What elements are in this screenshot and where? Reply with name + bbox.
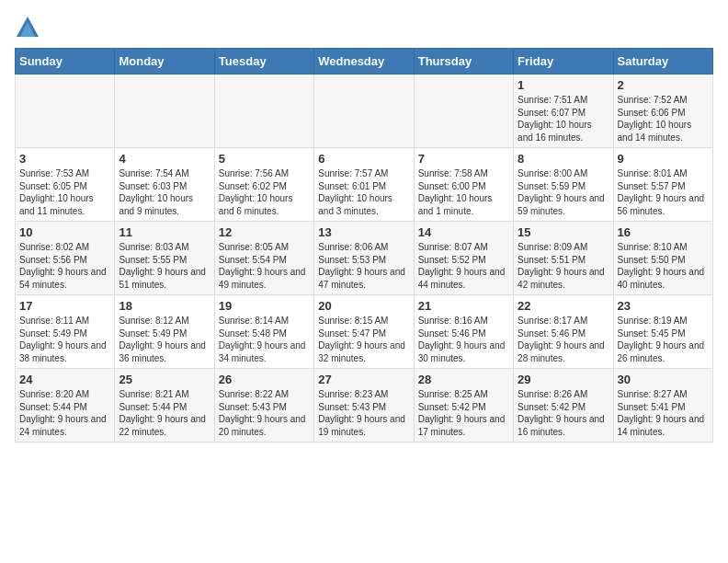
day-info: Sunrise: 8:01 AM Sunset: 5:57 PM Dayligh…	[618, 167, 709, 217]
calendar-cell: 25Sunrise: 8:21 AM Sunset: 5:44 PM Dayli…	[115, 369, 214, 442]
day-number: 8	[518, 152, 609, 166]
day-number: 29	[518, 373, 609, 386]
day-number: 7	[418, 152, 509, 166]
weekday-header-tuesday: Tuesday	[214, 49, 313, 75]
calendar-cell	[314, 75, 414, 148]
day-info: Sunrise: 8:26 AM Sunset: 5:42 PM Dayligh…	[518, 388, 609, 438]
day-number: 18	[119, 299, 210, 313]
day-number: 16	[618, 225, 709, 239]
weekday-row: SundayMondayTuesdayWednesdayThursdayFrid…	[16, 49, 713, 75]
day-number: 26	[219, 373, 310, 386]
day-info: Sunrise: 8:03 AM Sunset: 5:55 PM Dayligh…	[119, 241, 210, 291]
calendar-cell: 2Sunrise: 7:52 AM Sunset: 6:06 PM Daylig…	[613, 75, 712, 148]
calendar-cell	[115, 75, 214, 148]
calendar-cell	[16, 75, 115, 148]
weekday-header-saturday: Saturday	[613, 49, 712, 75]
calendar-cell: 20Sunrise: 8:15 AM Sunset: 5:47 PM Dayli…	[314, 295, 414, 369]
day-info: Sunrise: 8:14 AM Sunset: 5:48 PM Dayligh…	[219, 315, 310, 364]
calendar-cell: 4Sunrise: 7:54 AM Sunset: 6:03 PM Daylig…	[115, 148, 214, 222]
day-info: Sunrise: 7:58 AM Sunset: 6:00 PM Dayligh…	[418, 167, 509, 217]
day-number: 11	[119, 225, 210, 239]
calendar-cell: 18Sunrise: 8:12 AM Sunset: 5:49 PM Dayli…	[115, 295, 214, 369]
calendar-header: SundayMondayTuesdayWednesdayThursdayFrid…	[16, 49, 713, 75]
calendar-cell: 13Sunrise: 8:06 AM Sunset: 5:53 PM Dayli…	[314, 222, 414, 295]
day-number: 21	[418, 299, 509, 313]
calendar-cell: 28Sunrise: 8:25 AM Sunset: 5:42 PM Dayli…	[414, 369, 513, 442]
calendar-cell: 3Sunrise: 7:53 AM Sunset: 6:05 PM Daylig…	[16, 148, 115, 222]
day-number: 2	[618, 78, 709, 92]
day-info: Sunrise: 8:07 AM Sunset: 5:52 PM Dayligh…	[418, 241, 509, 291]
day-number: 4	[119, 152, 210, 166]
day-info: Sunrise: 8:09 AM Sunset: 5:51 PM Dayligh…	[518, 241, 609, 291]
day-number: 6	[318, 152, 409, 166]
day-info: Sunrise: 8:02 AM Sunset: 5:56 PM Dayligh…	[19, 241, 110, 291]
weekday-header-sunday: Sunday	[16, 49, 115, 75]
day-number: 19	[219, 299, 310, 313]
day-info: Sunrise: 8:16 AM Sunset: 5:46 PM Dayligh…	[418, 315, 509, 364]
day-info: Sunrise: 8:05 AM Sunset: 5:54 PM Dayligh…	[219, 241, 310, 291]
page-header	[15, 15, 713, 40]
day-info: Sunrise: 7:56 AM Sunset: 6:02 PM Dayligh…	[219, 167, 310, 217]
calendar-cell: 26Sunrise: 8:22 AM Sunset: 5:43 PM Dayli…	[214, 369, 313, 442]
day-info: Sunrise: 8:21 AM Sunset: 5:44 PM Dayligh…	[119, 388, 210, 438]
day-info: Sunrise: 8:25 AM Sunset: 5:42 PM Dayligh…	[418, 388, 509, 438]
calendar-week-3: 17Sunrise: 8:11 AM Sunset: 5:49 PM Dayli…	[16, 295, 713, 369]
day-info: Sunrise: 8:27 AM Sunset: 5:41 PM Dayligh…	[618, 388, 709, 438]
calendar-body: 1Sunrise: 7:51 AM Sunset: 6:07 PM Daylig…	[16, 75, 713, 442]
day-info: Sunrise: 7:53 AM Sunset: 6:05 PM Dayligh…	[19, 167, 110, 217]
calendar-cell: 27Sunrise: 8:23 AM Sunset: 5:43 PM Dayli…	[314, 369, 414, 442]
calendar-cell	[414, 75, 513, 148]
day-info: Sunrise: 8:06 AM Sunset: 5:53 PM Dayligh…	[318, 241, 409, 291]
day-info: Sunrise: 8:23 AM Sunset: 5:43 PM Dayligh…	[318, 388, 409, 438]
day-number: 5	[219, 152, 310, 166]
day-info: Sunrise: 8:22 AM Sunset: 5:43 PM Dayligh…	[219, 388, 310, 438]
day-number: 1	[518, 78, 609, 92]
calendar-week-1: 3Sunrise: 7:53 AM Sunset: 6:05 PM Daylig…	[16, 148, 713, 222]
calendar-cell: 7Sunrise: 7:58 AM Sunset: 6:00 PM Daylig…	[414, 148, 513, 222]
day-info: Sunrise: 8:17 AM Sunset: 5:46 PM Dayligh…	[518, 315, 609, 364]
calendar-week-0: 1Sunrise: 7:51 AM Sunset: 6:07 PM Daylig…	[16, 75, 713, 148]
calendar-cell: 9Sunrise: 8:01 AM Sunset: 5:57 PM Daylig…	[613, 148, 712, 222]
day-info: Sunrise: 8:15 AM Sunset: 5:47 PM Dayligh…	[318, 315, 409, 364]
day-info: Sunrise: 8:19 AM Sunset: 5:45 PM Dayligh…	[618, 315, 709, 364]
day-number: 10	[19, 225, 110, 239]
calendar-cell: 16Sunrise: 8:10 AM Sunset: 5:50 PM Dayli…	[613, 222, 712, 295]
calendar-cell: 23Sunrise: 8:19 AM Sunset: 5:45 PM Dayli…	[613, 295, 712, 369]
day-number: 15	[518, 225, 609, 239]
day-number: 9	[618, 152, 709, 166]
day-number: 30	[618, 373, 709, 386]
calendar-cell: 19Sunrise: 8:14 AM Sunset: 5:48 PM Dayli…	[214, 295, 313, 369]
day-info: Sunrise: 8:10 AM Sunset: 5:50 PM Dayligh…	[618, 241, 709, 291]
calendar-week-2: 10Sunrise: 8:02 AM Sunset: 5:56 PM Dayli…	[16, 222, 713, 295]
day-number: 24	[19, 373, 110, 386]
weekday-header-friday: Friday	[514, 49, 613, 75]
day-info: Sunrise: 7:52 AM Sunset: 6:06 PM Dayligh…	[618, 94, 709, 144]
calendar-cell: 10Sunrise: 8:02 AM Sunset: 5:56 PM Dayli…	[16, 222, 115, 295]
calendar-cell: 8Sunrise: 8:00 AM Sunset: 5:59 PM Daylig…	[514, 148, 613, 222]
day-info: Sunrise: 7:57 AM Sunset: 6:01 PM Dayligh…	[318, 167, 409, 217]
calendar-cell: 6Sunrise: 7:57 AM Sunset: 6:01 PM Daylig…	[314, 148, 414, 222]
weekday-header-thursday: Thursday	[414, 49, 513, 75]
day-number: 23	[618, 299, 709, 313]
day-info: Sunrise: 8:00 AM Sunset: 5:59 PM Dayligh…	[518, 167, 609, 217]
calendar-table: SundayMondayTuesdayWednesdayThursdayFrid…	[15, 48, 713, 442]
calendar-cell: 30Sunrise: 8:27 AM Sunset: 5:41 PM Dayli…	[613, 369, 712, 442]
calendar-cell: 29Sunrise: 8:26 AM Sunset: 5:42 PM Dayli…	[514, 369, 613, 442]
day-number: 14	[418, 225, 509, 239]
logo	[15, 15, 44, 40]
calendar-cell: 21Sunrise: 8:16 AM Sunset: 5:46 PM Dayli…	[414, 295, 513, 369]
calendar-cell: 17Sunrise: 8:11 AM Sunset: 5:49 PM Dayli…	[16, 295, 115, 369]
day-number: 13	[318, 225, 409, 239]
day-number: 17	[19, 299, 110, 313]
day-number: 20	[318, 299, 409, 313]
day-info: Sunrise: 7:54 AM Sunset: 6:03 PM Dayligh…	[119, 167, 210, 217]
day-number: 3	[19, 152, 110, 166]
calendar-cell: 22Sunrise: 8:17 AM Sunset: 5:46 PM Dayli…	[514, 295, 613, 369]
logo-icon	[15, 15, 40, 40]
calendar-cell: 12Sunrise: 8:05 AM Sunset: 5:54 PM Dayli…	[214, 222, 313, 295]
weekday-header-wednesday: Wednesday	[314, 49, 414, 75]
calendar-cell: 11Sunrise: 8:03 AM Sunset: 5:55 PM Dayli…	[115, 222, 214, 295]
calendar-cell: 5Sunrise: 7:56 AM Sunset: 6:02 PM Daylig…	[214, 148, 313, 222]
calendar-cell: 1Sunrise: 7:51 AM Sunset: 6:07 PM Daylig…	[514, 75, 613, 148]
day-number: 25	[119, 373, 210, 386]
